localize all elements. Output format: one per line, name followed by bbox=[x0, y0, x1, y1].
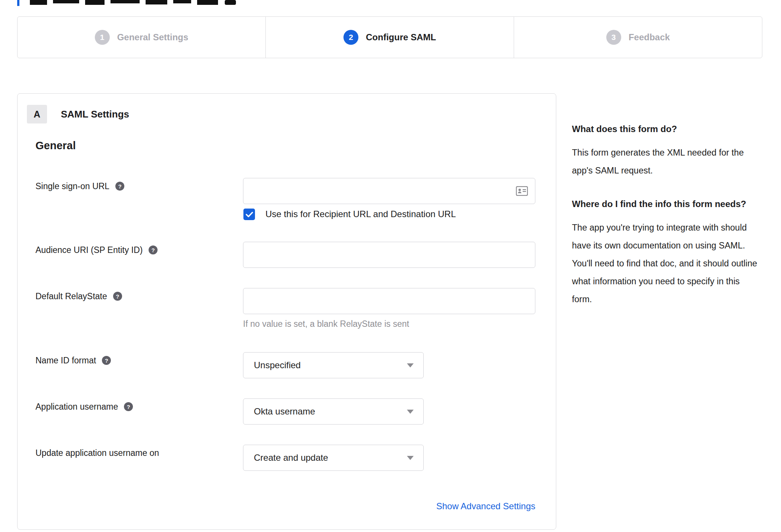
contact-card-icon bbox=[516, 186, 528, 196]
audience-uri-label: Audience URI (SP Entity ID) ? bbox=[35, 244, 158, 256]
update-username-value: Create and update bbox=[254, 453, 328, 463]
cropped-page-title bbox=[17, 0, 249, 7]
nameid-format-value: Unspecified bbox=[254, 360, 301, 370]
step-1-circle: 1 bbox=[95, 30, 110, 45]
nameid-format-help-icon[interactable]: ? bbox=[102, 356, 111, 365]
audience-uri-help-icon[interactable]: ? bbox=[149, 245, 158, 254]
update-username-label: Update application username on bbox=[35, 447, 159, 459]
sidebar-heading-2: Where do I find the info this form needs… bbox=[572, 195, 760, 213]
configure-saml-page: 1 General Settings 2 Configure SAML 3 Fe… bbox=[0, 0, 781, 532]
step-feedback: 3 Feedback bbox=[514, 17, 762, 58]
checkmark-icon bbox=[246, 212, 253, 218]
step-3-circle: 3 bbox=[606, 30, 621, 45]
application-username-select[interactable]: Okta username bbox=[243, 398, 424, 425]
sso-url-input[interactable] bbox=[243, 178, 535, 204]
step-configure-saml: 2 Configure SAML bbox=[265, 17, 514, 58]
sidebar-heading-1: What does this form do? bbox=[572, 120, 760, 138]
group-title-general: General bbox=[35, 140, 76, 152]
chevron-down-icon bbox=[407, 410, 414, 414]
chevron-down-icon bbox=[407, 456, 414, 460]
sso-url-help-icon[interactable]: ? bbox=[115, 182, 124, 191]
application-username-help-icon[interactable]: ? bbox=[124, 402, 133, 411]
section-a-badge: A bbox=[27, 105, 47, 123]
step-1-label: General Settings bbox=[117, 32, 189, 43]
relaystate-helper-text: If no value is set, a blank RelayState i… bbox=[243, 319, 409, 329]
sidebar-body-1: This form generates the XML needed for t… bbox=[572, 144, 760, 179]
help-sidebar: What does this form do? This form genera… bbox=[572, 120, 760, 324]
application-username-value: Okta username bbox=[254, 406, 315, 417]
step-3-label: Feedback bbox=[629, 32, 670, 43]
audience-uri-input[interactable] bbox=[243, 242, 535, 268]
nameid-format-select[interactable]: Unspecified bbox=[243, 352, 424, 378]
recipient-url-checkbox[interactable] bbox=[243, 209, 255, 220]
step-general-settings: 1 General Settings bbox=[18, 17, 265, 58]
step-2-label: Configure SAML bbox=[366, 32, 436, 43]
sidebar-body-2: The app you're trying to integrate with … bbox=[572, 219, 760, 308]
nameid-format-label: Name ID format ? bbox=[35, 355, 111, 366]
step-2-circle: 2 bbox=[343, 30, 358, 45]
relaystate-label: Default RelayState ? bbox=[35, 291, 122, 302]
recipient-url-checkbox-label[interactable]: Use this for Recipient URL and Destinati… bbox=[265, 209, 456, 219]
relaystate-input[interactable] bbox=[243, 288, 535, 314]
section-title: SAML Settings bbox=[61, 109, 129, 120]
show-advanced-settings-link[interactable]: Show Advanced Settings bbox=[436, 501, 535, 511]
update-username-select[interactable]: Create and update bbox=[243, 445, 424, 471]
cropped-title-blue-bar bbox=[17, 0, 19, 6]
application-username-label: Application username ? bbox=[35, 401, 133, 412]
sso-url-label: Single sign-on URL ? bbox=[35, 181, 124, 192]
chevron-down-icon bbox=[407, 363, 414, 367]
relaystate-help-icon[interactable]: ? bbox=[113, 292, 122, 301]
cropped-title-icon bbox=[225, 0, 236, 5]
wizard-stepper: 1 General Settings 2 Configure SAML 3 Fe… bbox=[17, 16, 762, 58]
